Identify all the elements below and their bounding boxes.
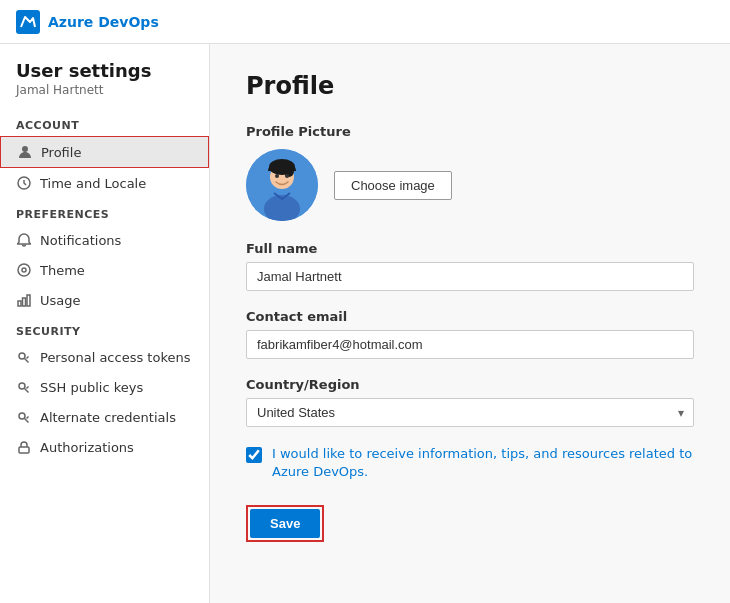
checkbox-row: I would like to receive information, tip… xyxy=(246,445,694,481)
main-content: Profile Profile Picture xyxy=(210,44,730,603)
svg-point-18 xyxy=(275,174,279,178)
save-button-wrapper: Save xyxy=(246,505,324,542)
sidebar-item-alternate-creds-label: Alternate credentials xyxy=(40,410,176,425)
avatar-image xyxy=(246,149,318,221)
sidebar-section-account: Account xyxy=(0,109,209,136)
checkbox-label: I would like to receive information, tip… xyxy=(272,445,694,481)
sidebar-item-time-locale-label: Time and Locale xyxy=(40,176,146,191)
sidebar-item-time-locale[interactable]: Time and Locale xyxy=(0,168,209,198)
avatar xyxy=(246,149,318,221)
newsletter-checkbox[interactable] xyxy=(246,447,262,463)
theme-icon xyxy=(16,262,32,278)
sidebar-item-theme[interactable]: Theme xyxy=(0,255,209,285)
sidebar-item-pat-label: Personal access tokens xyxy=(40,350,190,365)
token-icon xyxy=(16,349,32,365)
sidebar-item-usage-label: Usage xyxy=(40,293,81,308)
credential-icon xyxy=(16,409,32,425)
choose-image-button[interactable]: Choose image xyxy=(334,171,452,200)
country-select-wrapper: United States Canada United Kingdom ▾ xyxy=(246,398,694,427)
svg-rect-5 xyxy=(18,301,21,306)
svg-point-1 xyxy=(22,146,28,152)
svg-rect-11 xyxy=(19,447,29,453)
full-name-label: Full name xyxy=(246,241,694,256)
save-button[interactable]: Save xyxy=(250,509,320,538)
sidebar-item-notifications-label: Notifications xyxy=(40,233,121,248)
page-title: Profile xyxy=(246,72,694,100)
svg-rect-0 xyxy=(16,10,40,34)
svg-point-4 xyxy=(22,268,26,272)
svg-point-3 xyxy=(18,264,30,276)
contact-email-input[interactable] xyxy=(246,330,694,359)
main-layout: User settings Jamal Hartnett Account Pro… xyxy=(0,44,730,603)
clock-icon xyxy=(16,175,32,191)
svg-point-19 xyxy=(285,174,289,178)
profile-icon xyxy=(17,144,33,160)
azure-devops-logo-icon xyxy=(16,10,40,34)
contact-email-group: Contact email xyxy=(246,309,694,359)
svg-point-8 xyxy=(19,353,25,359)
sidebar-item-usage[interactable]: Usage xyxy=(0,285,209,315)
profile-picture-section-label: Profile Picture xyxy=(246,124,694,139)
country-region-group: Country/Region United States Canada Unit… xyxy=(246,377,694,427)
full-name-input[interactable] xyxy=(246,262,694,291)
country-label: Country/Region xyxy=(246,377,694,392)
sidebar-item-notifications[interactable]: Notifications xyxy=(0,225,209,255)
sidebar-subtitle: Jamal Hartnett xyxy=(16,83,193,97)
svg-point-9 xyxy=(19,383,25,389)
sidebar-item-ssh-label: SSH public keys xyxy=(40,380,143,395)
country-select[interactable]: United States Canada United Kingdom xyxy=(246,398,694,427)
sidebar-header: User settings Jamal Hartnett xyxy=(0,60,209,109)
sidebar-item-profile[interactable]: Profile xyxy=(0,136,209,168)
profile-picture-row: Choose image xyxy=(246,149,694,221)
usage-icon xyxy=(16,292,32,308)
sidebar-section-preferences: Preferences xyxy=(0,198,209,225)
sidebar-item-authorizations-label: Authorizations xyxy=(40,440,134,455)
svg-point-10 xyxy=(19,413,25,419)
svg-rect-6 xyxy=(23,298,26,306)
sidebar-section-security: Security xyxy=(0,315,209,342)
sidebar-item-personal-access-tokens[interactable]: Personal access tokens xyxy=(0,342,209,372)
sidebar-title: User settings xyxy=(16,60,193,81)
sidebar-item-theme-label: Theme xyxy=(40,263,85,278)
sidebar-item-alternate-credentials[interactable]: Alternate credentials xyxy=(0,402,209,432)
key-icon xyxy=(16,379,32,395)
svg-rect-7 xyxy=(27,295,30,306)
sidebar-item-ssh-public-keys[interactable]: SSH public keys xyxy=(0,372,209,402)
sidebar-item-profile-label: Profile xyxy=(41,145,81,160)
bell-icon xyxy=(16,232,32,248)
full-name-group: Full name xyxy=(246,241,694,291)
contact-email-label: Contact email xyxy=(246,309,694,324)
sidebar: User settings Jamal Hartnett Account Pro… xyxy=(0,44,210,603)
app-name-label: Azure DevOps xyxy=(48,14,159,30)
sidebar-item-authorizations[interactable]: Authorizations xyxy=(0,432,209,462)
top-bar: Azure DevOps xyxy=(0,0,730,44)
lock-icon xyxy=(16,439,32,455)
app-logo: Azure DevOps xyxy=(16,10,159,34)
